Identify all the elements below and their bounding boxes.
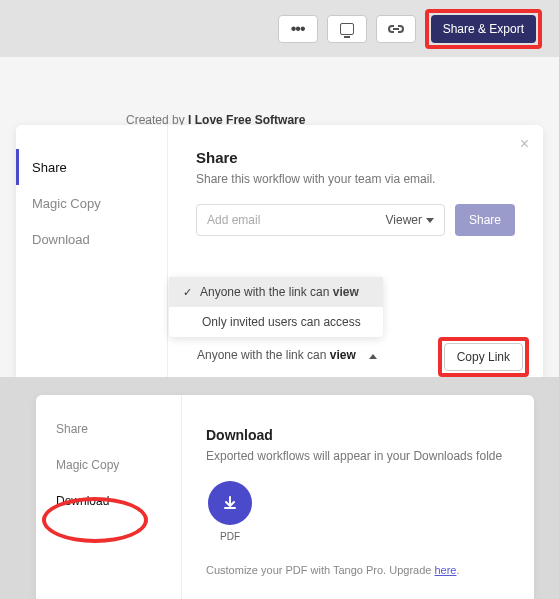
access-option-prefix: Anyone with the link can <box>200 285 329 299</box>
share-title: Share <box>196 149 515 166</box>
close-icon: × <box>520 135 529 152</box>
email-row: Viewer Share <box>196 204 515 236</box>
email-input-wrap: Viewer <box>196 204 445 236</box>
pdf-label: PDF <box>220 531 240 542</box>
share-button[interactable]: Share <box>455 204 515 236</box>
access-current-bold: view <box>330 348 356 362</box>
email-input[interactable] <box>207 213 386 227</box>
share-description: Share this workflow with your team via e… <box>196 172 515 186</box>
access-option-anyone[interactable]: ✓ Anyone with the link can view <box>169 277 383 307</box>
link-button[interactable] <box>376 15 416 43</box>
download-body: Download Exported workflows will appear … <box>182 395 534 599</box>
share-export-button[interactable]: Share & Export <box>431 15 536 43</box>
access-current[interactable]: Anyone with the link can view <box>197 348 377 362</box>
more-icon: ••• <box>291 21 305 37</box>
customize-text: Customize your PDF with Tango Pro. Upgra… <box>206 564 510 576</box>
close-button[interactable]: × <box>520 135 529 153</box>
access-current-prefix: Anyone with the link can <box>197 348 330 362</box>
download-panel: Share Magic Copy Download Download Expor… <box>36 395 534 599</box>
role-select[interactable]: Viewer <box>386 213 434 227</box>
present-button[interactable] <box>327 15 367 43</box>
sidebar-item-share[interactable]: Share <box>16 149 167 185</box>
sidebar-item-label: Magic Copy <box>56 458 119 472</box>
sidebar-item-magic-copy[interactable]: Magic Copy <box>16 185 167 221</box>
sidebar-item-label: Magic Copy <box>32 196 101 211</box>
sidebar-item-label: Share <box>32 160 67 175</box>
download-sidebar: Share Magic Copy Download <box>36 395 182 599</box>
download-description: Exported workflows will appear in your D… <box>206 449 510 463</box>
copy-link-button[interactable]: Copy Link <box>444 343 523 371</box>
sidebar-item-share[interactable]: Share <box>36 411 181 447</box>
download-title: Download <box>206 427 510 443</box>
share-sidebar: Share Magic Copy Download <box>16 125 168 385</box>
check-icon: ✓ <box>183 286 192 299</box>
present-icon <box>340 23 354 35</box>
link-icon <box>387 23 405 35</box>
download-icon <box>222 495 238 511</box>
access-option-label: Only invited users can access <box>202 315 361 329</box>
pdf-download-block: PDF <box>206 481 254 542</box>
upgrade-link[interactable]: here <box>434 564 456 576</box>
copy-link-highlight: Copy Link <box>438 337 529 377</box>
share-export-highlight: Share & Export <box>425 9 542 49</box>
chevron-down-icon <box>426 218 434 223</box>
sidebar-item-download[interactable]: Download <box>36 483 181 519</box>
link-controls: ✓ Anyone with the link can view Only inv… <box>197 345 537 363</box>
customize-prefix: Customize your PDF with Tango Pro. Upgra… <box>206 564 434 576</box>
access-dropdown: ✓ Anyone with the link can view Only inv… <box>169 277 383 337</box>
access-option-invited[interactable]: Only invited users can access <box>169 307 383 337</box>
role-label: Viewer <box>386 213 422 227</box>
sidebar-item-label: Share <box>56 422 88 436</box>
access-option-bold: view <box>333 285 359 299</box>
pdf-download-button[interactable] <box>208 481 252 525</box>
more-button[interactable]: ••• <box>278 15 318 43</box>
sidebar-item-label: Download <box>32 232 90 247</box>
chevron-up-icon <box>369 354 377 359</box>
sidebar-item-magic-copy[interactable]: Magic Copy <box>36 447 181 483</box>
sidebar-item-download[interactable]: Download <box>16 221 167 257</box>
sidebar-item-label: Download <box>56 494 109 508</box>
topbar: ••• Share & Export <box>0 0 559 57</box>
